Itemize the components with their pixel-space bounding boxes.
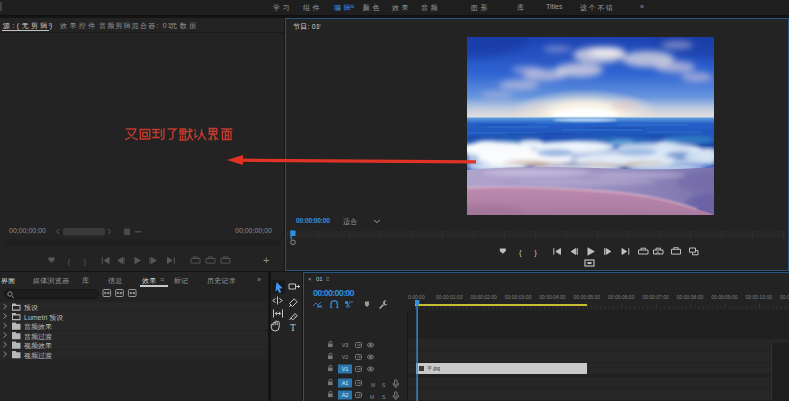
svg-text:A2: A2: [342, 392, 349, 398]
svg-text:}: }: [84, 257, 87, 266]
svg-text:S: S: [382, 394, 386, 400]
svg-text:00:00:06:00: 00:00:06:00: [608, 294, 635, 300]
svg-text:00:0: 00:0: [780, 294, 789, 300]
svg-text:{: {: [68, 257, 71, 266]
svg-text:S: S: [382, 382, 386, 388]
svg-text:预设: 预设: [24, 304, 38, 312]
svg-text:M: M: [371, 382, 375, 388]
svg-text:00:00:03:00: 00:00:03:00: [505, 294, 532, 300]
svg-text:00:00:05:00: 00:00:05:00: [574, 294, 601, 300]
svg-text:音频过渡: 音频过渡: [24, 333, 52, 341]
svg-text:Lumetri 预设: Lumetri 预设: [24, 314, 63, 322]
svg-text:00:00:08:00: 00:00:08:00: [677, 294, 704, 300]
svg-text:视频效果: 视频效果: [24, 342, 52, 350]
svg-text:}: }: [534, 248, 537, 257]
svg-text:音频效果: 音频效果: [24, 323, 52, 331]
svg-text:T: T: [290, 323, 296, 333]
svg-text:视频过渡: 视频过渡: [24, 352, 52, 360]
svg-text:00:00:07:00: 00:00:07:00: [642, 294, 669, 300]
svg-text:00:00:10:00: 00:00:10:00: [746, 294, 773, 300]
svg-text:00:00:04:00: 00:00:04:00: [539, 294, 566, 300]
svg-text:V2: V2: [342, 354, 349, 360]
svg-text:00:00:01:00: 00:00:01:00: [436, 294, 463, 300]
svg-text:M: M: [370, 394, 374, 400]
svg-text:00:00:09:00: 00:00:09:00: [711, 294, 738, 300]
svg-text:00:00:02:00: 00:00:02:00: [470, 294, 497, 300]
svg-text:A1: A1: [342, 380, 349, 386]
svg-text:V1: V1: [342, 366, 349, 372]
svg-text:V3: V3: [342, 342, 349, 348]
svg-text:{: {: [519, 248, 522, 257]
